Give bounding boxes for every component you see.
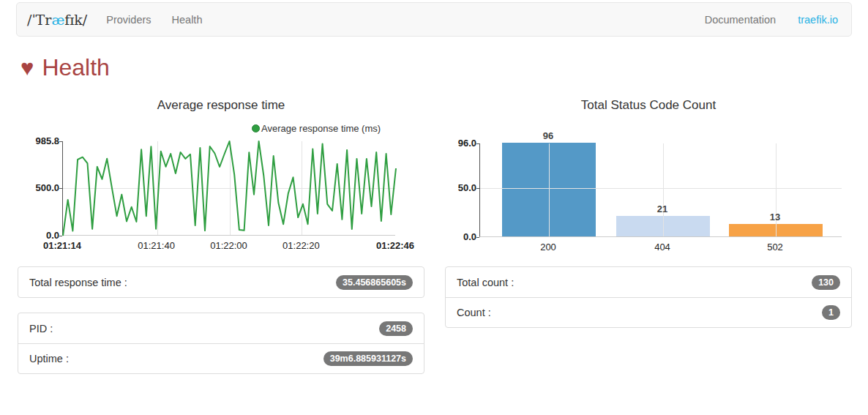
x-gridline: [776, 143, 777, 236]
logo-post: fɪk/: [64, 12, 87, 28]
line-plot-area: [62, 141, 395, 236]
x-tick-label: 01:21:40: [138, 240, 175, 251]
y-tick-label: 96.0: [436, 138, 476, 149]
y-tick-label: 50.0: [436, 182, 476, 193]
left-panels: Total response time : 35.456865605s PID …: [18, 266, 424, 374]
pid-badge: 2458: [379, 321, 413, 336]
logo-accent: æ: [51, 12, 64, 28]
count-row: Count : 1: [446, 297, 851, 327]
count-label: Count :: [457, 307, 491, 318]
y-gridline: [480, 188, 842, 189]
total-response-time-label: Total response time :: [29, 277, 127, 288]
bar-value-label: 96: [543, 130, 553, 141]
x-gridline: [663, 143, 664, 236]
nav-link-health[interactable]: Health: [172, 14, 203, 26]
response-time-line-svg: [63, 141, 396, 236]
line-chart-canvas: Average response time (ms) 0.0500.0985.8…: [18, 117, 424, 261]
bar-chart-title: Total Status Code Count: [445, 98, 852, 116]
traefik-logo[interactable]: /ˈTræfɪk/: [27, 12, 87, 28]
right-panels: Total count : 130 Count : 1: [445, 266, 852, 374]
panels-row: Total response time : 35.456865605s PID …: [18, 266, 852, 374]
x-tick-label: 01:22:46: [376, 240, 414, 251]
y-axis-tick: [476, 188, 479, 189]
y-tick-label: 985.8: [19, 135, 59, 146]
pid-row: PID : 2458: [18, 313, 424, 343]
x-tick-label: 404: [654, 242, 670, 253]
x-gridline: [549, 143, 550, 236]
process-panel: PID : 2458 Uptime : 39m6.885931127s: [18, 313, 424, 374]
total-count-row: Total count : 130: [446, 267, 851, 297]
nav-link-traefik-io[interactable]: traefik.io: [798, 14, 838, 26]
x-tick-label: 502: [767, 242, 783, 253]
count-badge: 1: [822, 305, 840, 320]
total-count-label: Total count :: [457, 277, 514, 288]
x-tick-label: 200: [540, 242, 556, 253]
x-tick-label: 01:22:20: [283, 240, 320, 251]
nav-links-right: Documentation traefik.io: [705, 14, 841, 26]
total-count-badge: 130: [812, 275, 840, 290]
response-time-line: [63, 141, 396, 236]
line-chart-title: Average response time: [18, 98, 424, 116]
x-tick-label: 01:22:00: [210, 240, 247, 251]
nav-link-providers[interactable]: Providers: [106, 14, 151, 26]
y-axis-tick: [59, 236, 62, 236]
total-response-time-row: Total response time : 35.456865605s: [18, 267, 424, 297]
status-code-chart: Total Status Code Count 0.050.096.020096…: [445, 98, 852, 261]
heart-icon: ♥: [20, 56, 34, 79]
total-response-time-panel: Total response time : 35.456865605s: [18, 266, 424, 298]
navbar: /ˈTræfɪk/ Providers Health Documentation…: [16, 2, 852, 37]
legend-dot-icon: [252, 124, 260, 132]
page-title: Health: [42, 53, 110, 81]
y-tick-label: 0.0: [19, 230, 59, 241]
bar-plot-area: [479, 143, 842, 237]
uptime-label: Uptime :: [29, 353, 69, 364]
bar-value-label: 13: [770, 212, 780, 223]
total-response-time-badge: 35.456865605s: [336, 275, 413, 290]
bar-value-label: 21: [657, 203, 667, 214]
uptime-row: Uptime : 39m6.885931127s: [18, 343, 424, 373]
y-tick-label: 500.0: [19, 182, 59, 193]
charts-row: Average response time Average response t…: [18, 98, 852, 261]
y-tick-label: 0.0: [436, 231, 476, 242]
page-header: ♥ Health: [20, 53, 110, 81]
nav-link-documentation[interactable]: Documentation: [705, 14, 777, 26]
pid-label: PID :: [29, 323, 53, 334]
y-axis-tick: [476, 143, 479, 144]
response-time-chart: Average response time Average response t…: [18, 98, 424, 261]
bar-chart-canvas: 0.050.096.0200964042150213: [445, 117, 852, 261]
x-tick-label: 01:21:14: [43, 240, 81, 251]
line-chart-legend: Average response time (ms): [252, 123, 381, 134]
count-panel: Total count : 130 Count : 1: [445, 266, 852, 328]
y-axis-tick: [476, 237, 479, 238]
nav-links-left: Providers Health: [106, 14, 202, 26]
logo-pre: /ˈTr: [27, 12, 51, 28]
y-axis-tick: [59, 141, 62, 142]
legend-label: Average response time (ms): [261, 123, 381, 134]
y-axis-tick: [59, 188, 62, 189]
uptime-badge: 39m6.885931127s: [323, 351, 413, 366]
